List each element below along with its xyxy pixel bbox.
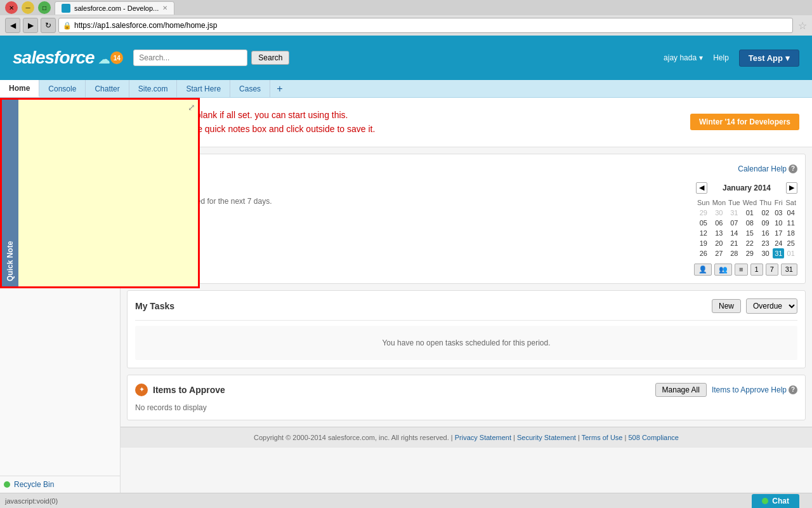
mini-cal-prev-button[interactable]: ◀ [696,182,707,194]
manage-all-button[interactable]: Manage All [655,383,707,397]
table-row[interactable]: 15 [742,228,758,238]
browser-max-btn[interactable]: □ [38,1,51,14]
table-row[interactable]: 16 [758,228,773,238]
table-row[interactable]: 30 [711,208,727,218]
footer-privacy-link[interactable]: Privacy Statement [455,434,511,441]
browser-close-btn[interactable]: ✕ [5,1,18,14]
table-row[interactable]: 11 [784,218,797,228]
table-row[interactable]: 10 [773,218,784,228]
cal-day-tue: Tue [727,197,742,208]
table-row[interactable]: 27 [711,248,727,258]
search-button[interactable]: Search [251,51,289,65]
table-row[interactable]: 31 [727,208,742,218]
table-row[interactable]: 21 [727,238,742,248]
nav-item-chatter[interactable]: Chatter [86,80,129,97]
new-task-button[interactable]: New [712,299,741,313]
winter-developers-button[interactable]: Winter '14 for Developers [690,114,799,130]
table-row[interactable]: 19 [696,238,711,248]
table-row[interactable]: 26 [696,248,711,258]
tasks-header: My Tasks New Overdue [135,298,797,314]
user-menu-button[interactable]: ajay hada ▾ [664,53,703,62]
today-cell[interactable]: 31 [773,248,784,258]
table-row[interactable]: 03 [773,208,784,218]
chat-online-icon [762,498,768,504]
refresh-button[interactable]: ↻ [41,18,56,33]
statusbar-url: javascript:void(0) [5,497,58,505]
search-input[interactable] [133,50,247,66]
tasks-filter-select[interactable]: Overdue [746,298,797,314]
calendar-body: 1/2014 no events scheduled for the next … [135,182,797,276]
table-row[interactable]: 25 [784,238,797,248]
cal-view-list-btn[interactable]: ≡ [735,264,747,276]
table-row[interactable]: 29 [696,208,711,218]
table-row[interactable]: 20 [711,238,727,248]
forward-button[interactable]: ▶ [23,18,38,33]
test-app-button[interactable]: Test App ▾ [739,50,799,67]
table-row[interactable]: 23 [758,238,773,248]
table-row[interactable]: 14 [727,228,742,238]
cal-view-week-btn[interactable]: 7 [766,264,778,276]
table-row[interactable]: 22 [742,238,758,248]
sf-logo: salesforce ☁ 14 [13,48,123,68]
quick-note-body[interactable]: ⤢ [18,100,198,286]
tab-close-icon[interactable]: ✕ [162,4,167,11]
nav-item-console[interactable]: Console [39,80,86,97]
nav-add-button[interactable]: + [270,80,289,97]
footer-terms-link[interactable]: Terms of Use [582,434,623,441]
table-row[interactable]: 01 [742,208,758,218]
table-row[interactable]: 04 [784,208,797,218]
help-link[interactable]: Help [713,53,729,62]
table-row[interactable]: 18 [784,228,797,238]
browser-statusbar: javascript:void(0) [0,493,812,508]
calendar-help-link[interactable]: Calendar Help ? [738,164,797,173]
browser-tab[interactable]: salesforce.com - Develop... ✕ [55,1,174,15]
table-row[interactable]: 17 [773,228,784,238]
quick-note-overlay: Quick Note ⤢ [0,98,200,288]
cal-view-multi-btn[interactable]: 👥 [714,264,732,276]
cal-day-thu: Thu [758,197,773,208]
table-row[interactable]: 05 [696,218,711,228]
sidebar: Quick Note ⤢ Recycle Bin [0,98,121,493]
recycle-bin-item[interactable]: Recycle Bin [4,480,116,489]
address-bar[interactable]: 🔒 https://ap1.salesforce.com/home/home.j… [58,18,793,33]
nav-item-sitecom[interactable]: Site.com [129,80,178,97]
calendar-help-icon: ? [789,164,797,173]
table-row[interactable]: 02 [758,208,773,218]
table-row[interactable]: 12 [696,228,711,238]
quick-note-tab[interactable]: Quick Note [2,100,18,286]
table-row[interactable]: 24 [773,238,784,248]
tasks-divider [135,320,797,321]
footer-508-link[interactable]: 508 Compliance [628,434,679,441]
quick-note-resize-icon[interactable]: ⤢ [188,102,195,112]
mini-cal-title: January 2014 [723,184,771,192]
table-row[interactable]: 07 [727,218,742,228]
no-records-text: No records to display [135,403,797,412]
chat-button[interactable]: Chat [752,494,799,508]
table-row[interactable]: 28 [727,248,742,258]
nav-item-cases[interactable]: Cases [230,80,270,97]
approve-help-link[interactable]: Items to Approve Help ? [712,385,797,394]
sf-nav: Home Console Chatter Site.com Start Here… [0,80,812,98]
cal-view-single-btn[interactable]: 👤 [694,264,712,276]
table-row[interactable]: 09 [758,218,773,228]
tab-favicon [62,4,70,13]
table-row[interactable]: 29 [742,248,758,258]
tasks-header-right: New Overdue [712,298,797,314]
quick-note-content: Quick Note ⤢ [2,100,198,286]
table-row[interactable]: 08 [742,218,758,228]
cal-view-day-btn[interactable]: 1 [750,264,763,276]
mini-cal-next-button[interactable]: ▶ [786,182,797,194]
table-row[interactable]: 01 [784,248,797,258]
table-row[interactable]: 06 [711,218,727,228]
browser-min-btn[interactable]: ─ [22,1,34,14]
back-button[interactable]: ◀ [5,18,20,33]
footer-security-link[interactable]: Security Statement [517,434,576,441]
table-row[interactable]: 30 [758,248,773,258]
table-row[interactable]: 13 [711,228,727,238]
cal-view-month-btn[interactable]: 31 [781,264,797,276]
cal-day-sun: Sun [696,197,711,208]
cal-day-fri: Fri [773,197,784,208]
nav-item-home[interactable]: Home [0,80,39,97]
bookmark-icon[interactable]: ☆ [798,20,807,32]
nav-item-starthere[interactable]: Start Here [177,80,230,97]
